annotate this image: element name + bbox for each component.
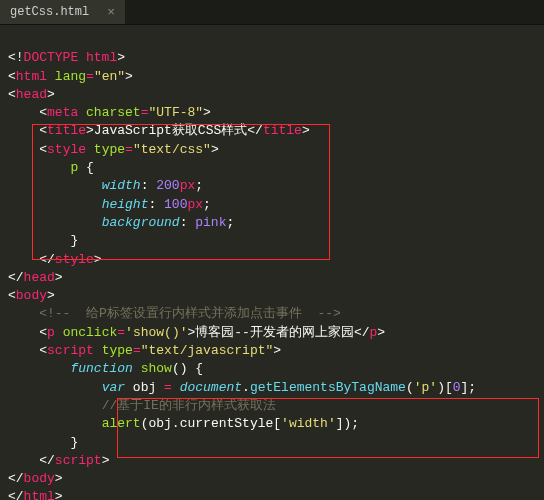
tab-filename: getCss.html — [10, 5, 89, 19]
title-text: JavaScript获取CSS样式 — [94, 123, 247, 138]
tab-getcss[interactable]: getCss.html × — [0, 0, 125, 24]
paragraph-text: 博客园--开发者的网上家园 — [195, 325, 354, 340]
tag-head-close: head — [24, 270, 55, 285]
tag-body-open: body — [16, 288, 47, 303]
html-comment: <!-- 给P标签设置行内样式并添加点击事件 --> — [39, 306, 341, 321]
js-comment: //基于IE的非行内样式获取法 — [102, 398, 276, 413]
tag-html-open: html — [16, 69, 47, 84]
close-icon[interactable]: × — [107, 6, 115, 19]
tab-bar: getCss.html × — [0, 0, 544, 25]
tag-html-close: html — [24, 489, 55, 500]
tag-head-open: head — [16, 87, 47, 102]
doctype: DOCTYPE html — [24, 50, 118, 65]
code-editor[interactable]: <!DOCTYPE html> <html lang="en"> <head> … — [0, 25, 544, 500]
tag-body-close: body — [24, 471, 55, 486]
